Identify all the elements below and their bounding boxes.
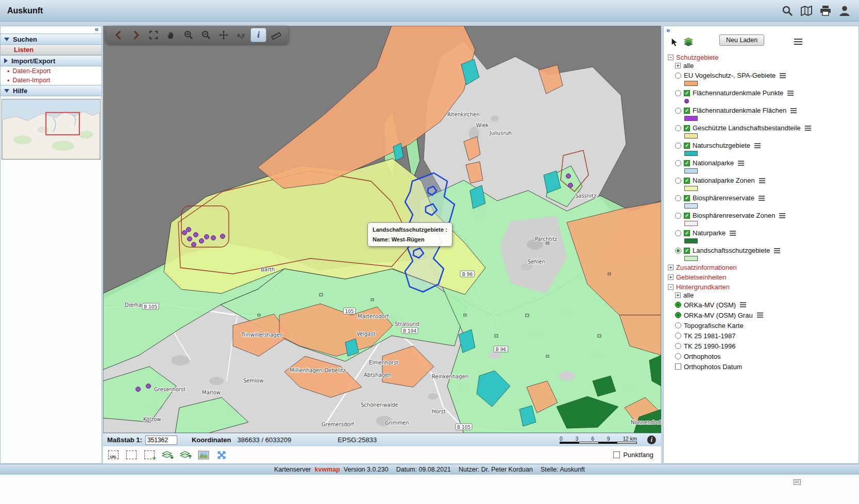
layer-menu-icon[interactable] — [774, 248, 780, 253]
layer-item-nationalparke-zonen[interactable]: Nationalparke Zonen — [668, 176, 856, 185]
layer-menu-icon[interactable] — [754, 143, 761, 148]
layer-menu-icon[interactable] — [805, 126, 811, 131]
info-button[interactable]: i — [250, 28, 266, 42]
layer-menu-icon[interactable] — [759, 178, 765, 183]
footer-brand[interactable]: kvwmap — [315, 466, 340, 473]
layer-radio[interactable] — [675, 302, 681, 308]
expander-icon[interactable]: + — [668, 265, 673, 270]
layer-radio[interactable] — [675, 343, 681, 349]
layer-radio[interactable] — [675, 248, 681, 254]
layer-menu-icon[interactable] — [780, 73, 786, 78]
zoom-in-button[interactable] — [180, 28, 196, 42]
window-status-icon[interactable] — [794, 479, 801, 485]
layer-item-fl-chennaturdenkmale-fl-chen[interactable]: Flächennaturdenkmale Flächen — [668, 106, 856, 115]
measure-button[interactable] — [268, 28, 284, 42]
layer-radio[interactable] — [675, 195, 681, 201]
layer-item-fl-chennaturdenkmale-punkte[interactable]: Flächennaturdenkmale Punkte — [668, 89, 856, 97]
layer-menu-icon[interactable] — [738, 161, 744, 166]
select-box-icon[interactable] — [125, 449, 138, 461]
layer-item-biosph-renreservate[interactable]: Biosphärenreservate — [668, 194, 856, 202]
layer-radio[interactable] — [675, 160, 681, 166]
reload-button[interactable]: Neu Laden — [719, 34, 764, 46]
jump-coordinates-button[interactable]: x,y — [233, 28, 249, 42]
print-icon[interactable] — [819, 5, 832, 17]
layer-checkbox[interactable] — [684, 108, 690, 114]
punktfang-checkbox[interactable] — [613, 451, 620, 458]
expand-right-icon[interactable]: » — [666, 26, 670, 34]
layer-item-orthophotos[interactable]: Orthophotos — [668, 352, 856, 361]
zoom-out-button[interactable] — [198, 28, 214, 42]
layer-radio[interactable] — [675, 230, 681, 236]
section-import-export[interactable]: Import/Export — [1, 55, 102, 66]
layer-radio[interactable] — [675, 322, 681, 328]
back-button[interactable] — [110, 28, 126, 42]
layers-icon[interactable] — [683, 37, 694, 49]
zoombox-icon[interactable] — [215, 449, 228, 461]
expander-icon[interactable]: + — [675, 63, 681, 68]
identify-cursor-icon[interactable] — [670, 38, 680, 49]
layer-item-naturschutzgebiete[interactable]: Naturschutzgebiete — [668, 141, 856, 150]
layer-item-gesch-tzte-landschaftsbestandteile[interactable]: Geschützte Landschaftsbestandteile — [668, 124, 856, 132]
layer-checkbox[interactable] — [684, 248, 690, 254]
info-icon[interactable]: i — [647, 436, 656, 444]
layer-item-orthophotos-datum[interactable]: Orthophotos Datum — [668, 362, 856, 371]
layer-checkbox[interactable] — [684, 90, 690, 96]
user-icon[interactable] — [838, 5, 851, 17]
layer-item-landschaftsschutzgebiete[interactable]: Landschaftsschutzgebiete — [668, 246, 856, 255]
sidebar-collapse[interactable]: « — [1, 26, 102, 33]
zoom-extent-button[interactable] — [145, 28, 161, 42]
layer-export-icon[interactable] — [161, 449, 174, 461]
layer-checkbox[interactable] — [684, 160, 690, 166]
layer-checkbox[interactable] — [684, 195, 690, 201]
layer-item-orka-mv-osm[interactable]: ORKa-MV (OSM) — [668, 300, 856, 309]
layer-menu-icon[interactable] — [730, 231, 736, 236]
layer-group-schutzgebiete[interactable]: -Schutzgebiete — [668, 53, 856, 62]
layer-radio[interactable] — [675, 178, 681, 184]
layer-alle-toggle[interactable]: +alle — [668, 62, 856, 69]
layer-checkbox[interactable] — [684, 143, 690, 149]
sidebar-item-listen[interactable]: Listen — [1, 45, 102, 55]
pan-button[interactable] — [163, 28, 179, 42]
layer-item-tk-25-1990-1996[interactable]: TK 25 1990-1996 — [668, 341, 856, 351]
layer-group-gebietseinheiten[interactable]: +Gebietseinheiten — [668, 273, 856, 282]
layer-menu-icon[interactable] — [790, 108, 797, 113]
recenter-button[interactable] — [215, 28, 231, 42]
select-add-box-icon[interactable] — [143, 449, 156, 461]
layer-radio[interactable] — [675, 125, 681, 131]
expander-icon[interactable]: + — [675, 292, 681, 298]
layer-item-biosph-renreservate-zonen[interactable]: Biosphärenreservate Zonen — [668, 211, 856, 220]
layer-group-hintergrundkarten[interactable]: -Hintergrundkarten — [668, 283, 856, 291]
layer-menu-icon[interactable] — [740, 302, 746, 307]
punktfang-toggle[interactable]: Punktfang — [613, 451, 653, 459]
sidebar-item-daten-import[interactable]: Daten-Import — [1, 76, 102, 85]
layer-radio[interactable] — [675, 353, 681, 359]
collapse-left-icon[interactable]: « — [95, 25, 98, 33]
url-box-icon[interactable]: URL — [107, 449, 120, 461]
layer-item-nationalparke[interactable]: Nationalparke — [668, 159, 856, 167]
layer-group-zusatzinformationen[interactable]: +Zusatzinformationen — [668, 263, 856, 272]
section-suchen[interactable]: Suchen — [1, 33, 102, 45]
layer-import-icon[interactable] — [179, 449, 192, 461]
layer-item-eu-vogelschutz-spa-gebiete[interactable]: EU Vogelschutz-, SPA-Gebiete — [668, 71, 856, 80]
layer-item-topografische-karte[interactable]: Topografische Karte — [668, 321, 856, 330]
layer-radio[interactable] — [675, 143, 681, 149]
layer-checkbox[interactable] — [684, 125, 690, 131]
sidebar-item-daten-export[interactable]: Daten-Export — [1, 66, 102, 76]
layer-item-naturparke[interactable]: Naturparke — [668, 229, 856, 237]
expander-icon[interactable]: - — [668, 284, 673, 290]
search-icon[interactable] — [781, 5, 794, 17]
layer-radio[interactable] — [675, 73, 681, 79]
overview-map[interactable] — [2, 99, 100, 160]
layer-checkbox[interactable] — [675, 363, 681, 370]
layer-radio[interactable] — [675, 213, 681, 219]
layer-menu-icon[interactable] — [757, 312, 763, 318]
expander-icon[interactable]: + — [668, 274, 673, 280]
forward-button[interactable] — [128, 28, 144, 42]
layer-checkbox[interactable] — [684, 178, 690, 184]
layer-radio[interactable] — [675, 108, 681, 114]
scale-input[interactable] — [145, 436, 177, 445]
layer-checkbox[interactable] — [684, 230, 690, 236]
map-area[interactable]: AltenkirchenWiekJuliusruhSassnitzParchti… — [103, 26, 661, 433]
layer-item-tk-25-1981-1987[interactable]: TK 25 1981-1987 — [668, 331, 856, 340]
layer-menu-icon[interactable] — [759, 196, 765, 201]
